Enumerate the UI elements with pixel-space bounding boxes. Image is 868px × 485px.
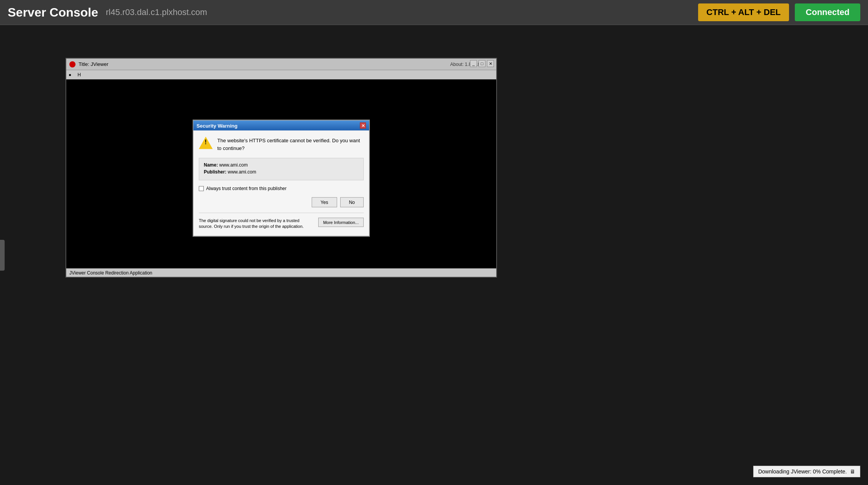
ctrl-alt-del-button[interactable]: CTRL + ALT + DEL [698,3,789,21]
connected-button[interactable]: Connected [795,3,860,21]
security-dialog-close-button[interactable]: ✕ [360,123,366,129]
jviewer-statusbar: JViewer Console Redirection Application [66,268,496,277]
name-value: www.ami.com [219,162,248,168]
maximize-button[interactable]: □ [478,60,485,67]
download-status-text: Downloading JViewer: 0% Complete. [758,468,847,475]
jviewer-app-icon [69,61,76,67]
download-status-bar: Downloading JViewer: 0% Complete. 🖥 [753,466,860,477]
publisher-row: Publisher: www.ami.com [204,169,359,175]
no-button[interactable]: No [340,197,364,207]
left-panel-handle[interactable] [0,240,5,271]
jviewer-content: Security Warning ✕ ! The website's HTTPS… [66,79,496,277]
warning-icon: ! [199,137,213,151]
dialog-buttons: Yes No [199,197,364,207]
publisher-label: Publisher: [204,169,228,175]
more-info-button[interactable]: More Information... [318,218,364,227]
name-label: Name: [204,162,219,168]
trust-checkbox-row: Always trust content from this publisher [199,186,364,191]
publisher-value: www.ami.com [228,169,256,175]
footer-text: The digital signature could not be verif… [199,218,314,230]
minimize-button[interactable]: _ [470,60,477,67]
yes-button[interactable]: Yes [312,197,337,207]
name-row: Name: www.ami.com [204,162,359,168]
header-actions: CTRL + ALT + DEL Connected [698,3,860,21]
app-title: Server Console [8,5,98,20]
jviewer-window-controls: _ □ ✕ [470,60,494,67]
jviewer-titlebar: Title: JViewer About: 1.8 [1.8] _ □ ✕ [66,59,496,70]
security-info-box: Name: www.ami.com Publisher: www.ami.com [199,158,364,180]
warning-message-text: The website's HTTPS certificate cannot b… [217,137,364,152]
triangle-icon: ! [199,137,213,149]
jviewer-title: Title: JViewer [79,61,450,67]
trust-checkbox-label[interactable]: Always trust content from this publisher [206,186,287,191]
download-icon: 🖥 [850,468,855,475]
menu-h: H [77,72,81,77]
security-dialog-title: Security Warning [196,123,237,128]
exclamation-icon: ! [205,139,207,145]
server-hostname: rl45.r03.dal.c1.plxhost.com [106,7,207,17]
security-warning-dialog: Security Warning ✕ ! The website's HTTPS… [193,120,370,237]
close-button[interactable]: ✕ [487,60,494,67]
security-warning-top: ! The website's HTTPS certificate cannot… [199,137,364,152]
security-footer: The digital signature could not be verif… [199,213,364,230]
security-dialog-titlebar: Security Warning ✕ [193,121,369,131]
jviewer-menubar: ● H [66,70,496,79]
jviewer-status-text: JViewer Console Redirection Application [69,270,152,276]
header-bar: Server Console rl45.r03.dal.c1.plxhost.c… [0,0,868,25]
menu-icon: ● [69,72,71,77]
jviewer-window: Title: JViewer About: 1.8 [1.8] _ □ ✕ ● … [65,58,497,278]
security-dialog-body: ! The website's HTTPS certificate cannot… [193,131,369,236]
trust-checkbox[interactable] [199,186,204,191]
console-area: Title: JViewer About: 1.8 [1.8] _ □ ✕ ● … [0,25,868,485]
